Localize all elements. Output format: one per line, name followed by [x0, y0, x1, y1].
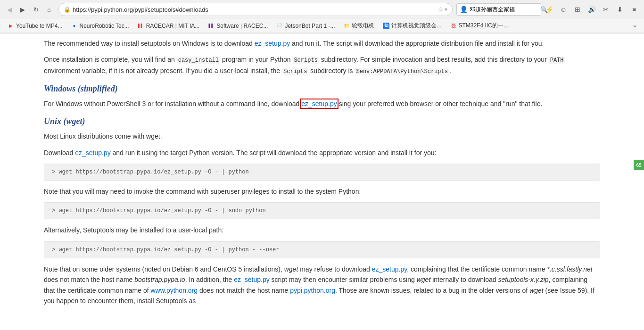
pypi-python-link[interactable]: pypi.python.org [290, 287, 335, 294]
para-easy-install: Once installation is complete, you will … [44, 54, 600, 76]
code-block-wget-3: > wget https://bootstrap.pypa.io/ez_setu… [44, 241, 600, 258]
bookmarks-bar: ▶ YouTube to MP4... ● NeuroRobotic Tec..… [0, 19, 644, 33]
security-icon: 🔒 [64, 6, 71, 13]
para-older-systems: Note that on some older systems (noted o… [44, 264, 600, 306]
bookmark-label-jetsonbot: JetsonBot Part 1 -... [285, 23, 335, 29]
bookmark-icon-neurorobotic: ● [71, 23, 78, 29]
ez-setup-link-1[interactable]: ez_setup.py [255, 40, 290, 47]
setuptools-zip: setuptools-x.y.zip [498, 276, 548, 283]
code-appdata: $env:APPDATA\Python\Scripts [355, 68, 449, 75]
bookmark-label-wheel: 轮毂电机 [352, 22, 374, 30]
bookmark-icon-software: ▌▌ [208, 23, 215, 29]
star-icon[interactable]: ☆ [438, 6, 444, 13]
heading-windows: Windows (simplified) [44, 84, 600, 94]
download-button[interactable]: ⬇ [614, 3, 626, 16]
ez-setup-link-5[interactable]: ez_setup.py [234, 276, 270, 283]
bookmark-racecar[interactable]: ▌▌ RACECAR | MIT IA... [134, 22, 204, 30]
para-userlocal: Alternatively, Setuptools may be install… [44, 225, 600, 235]
browser-chrome: ◀ ▶ ↻ ⌂ 🔒 ☆ ▾ 👤 🔍 ⚡ ☺ ⊞ 🔊 ✂ ⬇ ≡ ▶ [0, 0, 644, 33]
code-scripts-2: Scripts [282, 68, 308, 75]
bookmark-jetsonbot[interactable]: 📄 JetsonBot Part 1 -... [272, 22, 339, 30]
ez-setup-link-3[interactable]: ez_setup.py [75, 149, 111, 157]
bookmark-label-racecar: RACECAR | MIT IA... [146, 23, 200, 29]
code-block-2-text: > wget https://bootstrap.pypa.io/ez_setu… [52, 207, 266, 214]
tools-button[interactable]: ✂ [600, 3, 612, 16]
code-block-wget-1: > wget https://bootstrap.pypa.io/ez_setu… [44, 164, 600, 181]
toolbar-right: 👤 🔍 ⚡ ☺ ⊞ 🔊 ✂ ⬇ ≡ [456, 3, 640, 16]
bookmark-neurorobotic[interactable]: ● NeuroRobotic Tec... [67, 22, 133, 30]
audio-button[interactable]: 🔊 [586, 3, 598, 16]
bookmark-icon-cv: 知 [383, 23, 389, 29]
address-bar[interactable] [73, 6, 438, 13]
ssl-name: *.c.ssl.fastly.net [547, 265, 592, 273]
nav-bar: ◀ ▶ ↻ ⌂ 🔒 ☆ ▾ 👤 🔍 ⚡ ☺ ⊞ 🔊 ✂ ⬇ ≡ [0, 0, 644, 19]
lightning-button[interactable]: ⚡ [543, 3, 555, 16]
side-badge: 65 [634, 160, 644, 170]
bookmark-icon-stm32: 🖼 [450, 23, 457, 29]
bootstrap-name: bootstrap.pypa.io [134, 276, 185, 283]
bookmark-icon-racecar: ▌▌ [138, 23, 144, 29]
bookmark-label-stm32: STM32F4 IIC的一... [459, 22, 508, 30]
bookmark-icon-youtube: ▶ [8, 23, 14, 29]
page-content[interactable]: The recommended way to install setuptool… [0, 33, 644, 330]
para-windows-simplified: For Windows without PowerShell 3 or for … [44, 99, 600, 109]
back-button[interactable]: ◀ [4, 4, 15, 15]
bookmark-cv[interactable]: 知 计算机视觉顶级会... [379, 21, 445, 31]
grid-button[interactable]: ⊞ [571, 3, 584, 16]
smiley-button[interactable]: ☺ [557, 3, 570, 16]
code-block-1-text: > wget https://bootstrap.pypa.io/ez_setu… [52, 169, 249, 175]
address-bar-container: 🔒 ☆ ▾ [58, 3, 453, 16]
para-unix-2: Download ez_setup.py and run it using th… [44, 148, 600, 158]
search-input[interactable] [470, 6, 540, 13]
para-older-wget: wget [284, 265, 298, 273]
wget-3: wget [529, 287, 544, 294]
home-button[interactable]: ⌂ [43, 4, 55, 15]
code-path: PATH [549, 57, 565, 64]
bookmark-software[interactable]: ▌▌ Software | RACEC... [204, 22, 272, 30]
forward-button[interactable]: ▶ [17, 4, 28, 15]
bookmarks-more-button[interactable]: » [629, 20, 640, 32]
code-block-3-text: > wget https://bootstrap.pypa.io/ez_setu… [52, 247, 279, 253]
bookmark-label-neurorobotic: NeuroRobotic Tec... [80, 23, 129, 29]
ez-setup-link-4[interactable]: ez_setup.py [372, 265, 407, 273]
para-windows-post: sing your preferred web browser or other… [339, 100, 543, 107]
python-org-link[interactable]: www.python.org [150, 287, 198, 294]
bookmark-label-youtube: YouTube to MP4... [16, 23, 63, 29]
code-block-wget-2: > wget https://bootstrap.pypa.io/ez_setu… [44, 202, 600, 219]
para-unix-1: Most Linux distributions come with wget. [44, 131, 600, 141]
dropdown-icon[interactable]: ▾ [445, 6, 447, 13]
para-superuser: Note that you will may need to invoke th… [44, 186, 600, 197]
bookmark-wheel[interactable]: 📁 轮毂电机 [339, 21, 378, 31]
bookmark-label-cv: 计算机视觉顶级会... [391, 22, 441, 30]
para-windows-pre: For Windows without PowerShell 3 or for … [44, 100, 299, 107]
search-bar-container: 👤 🔍 [456, 3, 541, 16]
code-easy-install: easy_install [177, 57, 220, 64]
wget-2: wget [417, 276, 431, 283]
account-icon: 👤 [460, 6, 468, 13]
ez-setup-highlighted-link[interactable]: ez_setup.py [301, 100, 337, 107]
heading-unix: Unix (wget) [44, 116, 600, 126]
bookmark-icon-jetsonbot: 📄 [276, 23, 283, 29]
para-windows-intro: The recommended way to install setuptool… [44, 38, 600, 49]
content-area: The recommended way to install setuptool… [25, 33, 619, 321]
code-scripts-1: Scripts [292, 57, 319, 64]
bookmark-label-software: Software | RACEC... [216, 23, 268, 29]
reload-button[interactable]: ↻ [30, 4, 41, 15]
bookmark-icon-wheel: 📁 [343, 23, 350, 29]
menu-button[interactable]: ≡ [628, 3, 640, 16]
bookmark-youtube[interactable]: ▶ YouTube to MP4... [4, 22, 66, 30]
bookmark-stm32[interactable]: 🖼 STM32F4 IIC的一... [446, 21, 512, 31]
